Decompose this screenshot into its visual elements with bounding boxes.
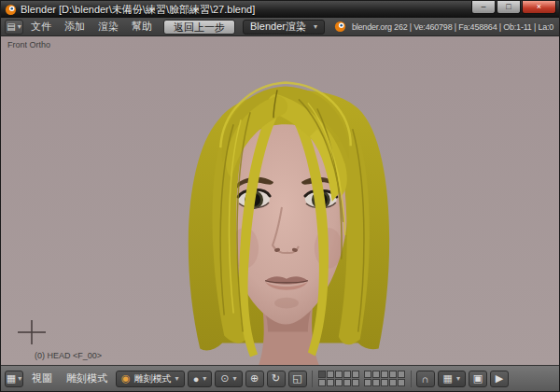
layer-cell[interactable] [381, 371, 388, 378]
titlebar: Blender [D:\blender\未備份\練習\臉部練習\27.blend… [1, 1, 559, 18]
layer-cell[interactable] [398, 371, 405, 378]
chevron-down-icon: ▾ [314, 22, 317, 31]
chevron-down-icon: ▾ [233, 374, 237, 383]
sculpt-head-model [1, 36, 559, 365]
render-image-icon: ▣ [473, 372, 483, 385]
layer-cell[interactable] [398, 379, 405, 386]
render-anim-icon: ▶ [496, 372, 503, 385]
layer-cell[interactable] [389, 379, 397, 386]
close-button[interactable]: × [522, 1, 556, 14]
layer-cell[interactable] [327, 379, 334, 386]
sculpt-mode-icon: ◉ [121, 372, 131, 385]
manipulator-translate-button[interactable]: ⊕ [245, 371, 264, 387]
back-one-step-button[interactable]: 返回上一步 [163, 20, 235, 35]
layer-cell[interactable] [318, 379, 326, 386]
divider [411, 371, 412, 387]
chevron-down-icon: ▾ [18, 374, 21, 383]
layer-cell[interactable] [372, 371, 380, 378]
layer-cell[interactable] [364, 379, 371, 386]
mode-select-label: 雕刻模式 [134, 372, 172, 385]
layer-cell[interactable] [389, 371, 397, 378]
blender-window: Blender [D:\blender\未備份\練習\臉部練習\27.blend… [0, 0, 560, 392]
layer-cell[interactable] [318, 371, 326, 378]
blender-app-icon [5, 4, 17, 16]
blender-logo-icon [334, 21, 346, 33]
menu-sculpt[interactable]: 雕刻模式 [61, 370, 113, 387]
layer-cell[interactable] [352, 371, 359, 378]
render-engine-select[interactable]: Blender渲染 ▾ [243, 20, 325, 35]
layers-grid-2 [364, 371, 405, 386]
viewport-editor-icon: ▦ [7, 372, 16, 385]
magnet-icon: ∩ [422, 373, 429, 385]
scene-stats: blender.org 262 | Ve:460798 | Fa:458864 … [352, 22, 555, 32]
layer-cell[interactable] [327, 371, 334, 378]
layers-grid-1 [318, 371, 359, 386]
snap-magnet-toggle[interactable]: ∩ [416, 371, 435, 387]
menu-file[interactable]: 文件 [25, 18, 57, 35]
layer-cell[interactable] [381, 379, 388, 386]
viewport-shading-select[interactable]: ● ▾ [188, 371, 213, 387]
menu-view[interactable]: 視圖 [26, 370, 58, 387]
snap-element-select[interactable]: ▦ ▾ [438, 371, 466, 387]
maximize-button[interactable]: □ [497, 1, 521, 14]
pivot-icon: ⊙ [220, 372, 229, 385]
divider [312, 371, 313, 387]
shading-sphere-icon: ● [193, 373, 200, 385]
info-editor-icon: ▤ [7, 21, 15, 32]
render-engine-label: Blender渲染 [250, 20, 306, 34]
viewport-3d[interactable]: Front Ortho (0) HEAD <F_00> [1, 36, 559, 365]
menu-help[interactable]: 幫助 [126, 18, 158, 35]
rotate-icon: ↻ [272, 372, 280, 385]
layer-cell[interactable] [372, 379, 380, 386]
minimize-button[interactable]: – [471, 1, 496, 14]
layer-cell[interactable] [335, 379, 343, 386]
layer-cell[interactable] [364, 371, 371, 378]
menu-render[interactable]: 渲染 [92, 18, 124, 35]
mode-select[interactable]: ◉ 雕刻模式 ▾ [116, 371, 185, 387]
menu-add[interactable]: 添加 [59, 18, 91, 35]
editor-type-button[interactable]: ▦ ▾ [5, 371, 23, 387]
window-controls: – □ × [471, 1, 556, 14]
render-opengl-button[interactable]: ▣ [469, 371, 487, 387]
mini-axis-gizmo [16, 318, 48, 346]
updown-arrow-icon: ▾ [175, 374, 179, 383]
layer-cell[interactable] [335, 371, 343, 378]
editor-type-button[interactable]: ▤ ▾ [5, 20, 23, 35]
layer-cell[interactable] [343, 371, 351, 378]
manipulator-scale-button[interactable]: ◱ [288, 371, 307, 387]
scale-icon: ◱ [292, 372, 301, 385]
render-opengl-anim-button[interactable]: ▶ [490, 371, 509, 387]
manipulator-rotate-button[interactable]: ↻ [267, 371, 286, 387]
view-orientation-label: Front Ortho [7, 40, 50, 49]
chevron-down-icon: ▾ [456, 374, 460, 383]
snap-element-icon: ▦ [443, 372, 453, 385]
layer-cell[interactable] [352, 379, 359, 386]
active-object-label: (0) HEAD <F_00> [35, 351, 102, 360]
layer-cell[interactable] [343, 379, 351, 386]
chevron-down-icon: ▾ [18, 22, 21, 31]
info-header: ▤ ▾ 文件 添加 渲染 幫助 返回上一步 Blender渲染 ▾ blende… [1, 18, 559, 36]
pivot-center-select[interactable]: ⊙ ▾ [215, 371, 242, 387]
translate-icon: ⊕ [250, 372, 259, 385]
chevron-down-icon: ▾ [203, 374, 206, 383]
viewport-header: ▦ ▾ 視圖 雕刻模式 ◉ 雕刻模式 ▾ ● ▾ ⊙ ▾ ⊕ ↻ ◱ [1, 365, 559, 391]
